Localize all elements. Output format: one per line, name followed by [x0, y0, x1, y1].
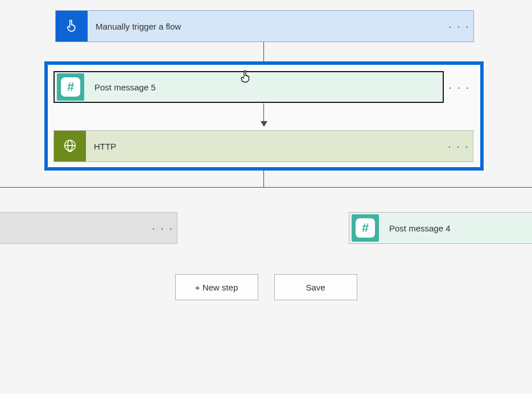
save-button[interactable]: Save	[274, 274, 357, 300]
post-message-5-ellipsis-icon[interactable]: · · ·	[444, 71, 475, 103]
new-step-button[interactable]: + New step	[175, 274, 258, 300]
post-message-4-card[interactable]: # Post message 4	[349, 212, 532, 244]
slack-icon: #	[352, 214, 379, 242]
post-message-4-label: Post message 4	[381, 223, 532, 233]
trigger-card[interactable]: Manually trigger a flow · · ·	[55, 10, 474, 42]
post-message-5-label: Post message 5	[86, 82, 443, 92]
manual-trigger-icon	[56, 11, 88, 42]
left-branch-card-cropped[interactable]: · · ·	[0, 212, 178, 244]
slack-icon: #	[57, 73, 84, 101]
http-card[interactable]: HTTP · · ·	[53, 130, 473, 162]
branch-connector-line	[0, 187, 532, 188]
left-branch-ellipsis-icon[interactable]: · · ·	[149, 213, 177, 243]
globe-icon	[54, 131, 86, 161]
post-message-5-card[interactable]: # Post message 5	[53, 71, 444, 103]
trigger-label: Manually trigger a flow	[88, 22, 445, 31]
http-ellipsis-icon[interactable]: · · ·	[444, 131, 473, 161]
footer-button-row: + New step Save	[0, 274, 532, 300]
connector-arrow	[263, 103, 264, 126]
trigger-ellipsis-icon[interactable]: · · ·	[445, 11, 473, 42]
flow-designer-canvas[interactable]: Manually trigger a flow · · · # Post mes…	[0, 0, 532, 394]
http-label: HTTP	[86, 142, 444, 151]
connector-line	[263, 171, 264, 188]
